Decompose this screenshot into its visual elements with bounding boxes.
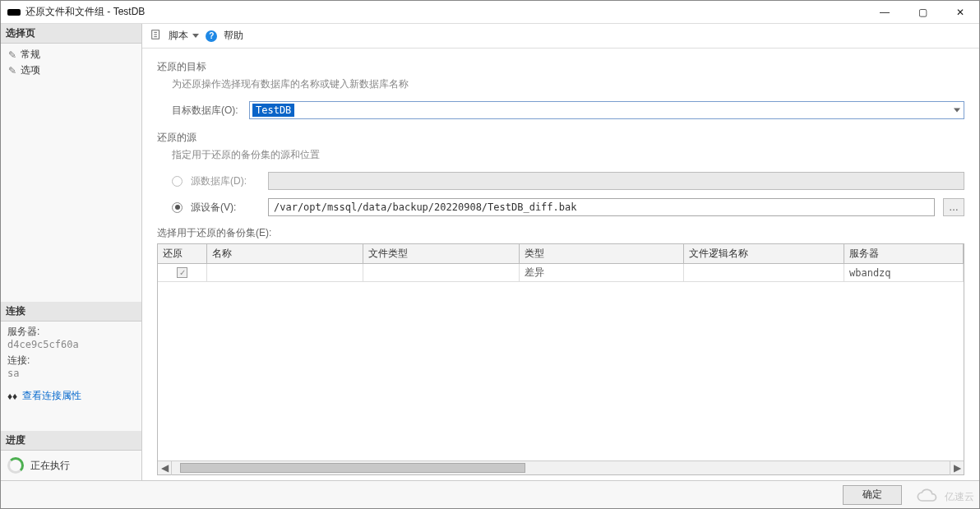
scroll-thumb[interactable] [180, 463, 525, 473]
ok-button[interactable]: 确定 [843, 485, 902, 505]
target-db-row: 目标数据库(O): TestDB [172, 101, 964, 119]
target-section-desc: 为还原操作选择现有数据库的名称或键入新数据库名称 [172, 77, 964, 91]
backup-sets-label: 选择用于还原的备份集(E): [157, 226, 964, 240]
page-icon: ✎ [7, 65, 17, 76]
source-device-label: 源设备(V): [191, 201, 260, 215]
help-icon: ? [206, 30, 217, 42]
dialog-footer: 确定 取消 [1, 480, 979, 508]
progress-row: 正在执行 [1, 451, 141, 480]
col-restore[interactable]: 还原 [158, 244, 207, 263]
cell-name [207, 264, 363, 281]
spinner-icon [7, 457, 24, 474]
col-server[interactable]: 服务器 [844, 244, 964, 263]
col-name[interactable]: 名称 [207, 244, 363, 263]
cell-server: wbandzq [844, 264, 964, 281]
source-section-desc: 指定用于还原的备份集的源和位置 [172, 148, 964, 162]
conn-label: 连接: [7, 354, 135, 368]
sidebar: 选择页 ✎ 常规 ✎ 选项 连接 服务器: d4ce9c5cf60a 连接: s… [1, 24, 142, 480]
content-toolbar: 脚本 ? 帮助 [142, 24, 979, 49]
target-db-combo[interactable]: TestDB [249, 101, 964, 119]
titlebar: 还原文件和文件组 - TestDB — ▢ ✕ [1, 1, 979, 24]
source-db-label: 源数据库(D): [191, 174, 260, 188]
scroll-track[interactable] [172, 461, 950, 474]
progress-header: 进度 [1, 431, 141, 451]
table-row[interactable]: 差异 wbandzq [158, 264, 964, 282]
backup-sets-grid: 还原 名称 文件类型 类型 文件逻辑名称 服务器 差异 [157, 243, 964, 475]
minimize-icon: — [880, 7, 890, 18]
source-db-row: 源数据库(D): [172, 172, 964, 190]
restore-checkbox[interactable] [177, 267, 187, 278]
sidebar-item-label: 选项 [21, 63, 40, 77]
sidebar-item-general[interactable]: ✎ 常规 [7, 47, 135, 62]
help-button[interactable]: 帮助 [224, 29, 243, 43]
target-db-label: 目标数据库(O): [172, 104, 241, 118]
col-logical[interactable]: 文件逻辑名称 [684, 244, 844, 263]
source-device-radio[interactable] [172, 202, 183, 213]
connection-info: 服务器: d4ce9c5cf60a 连接: sa [1, 322, 141, 386]
page-icon: ✎ [7, 49, 17, 61]
connection-icon: ♦♦ [7, 391, 17, 402]
script-label: 脚本 [169, 30, 188, 41]
pages-header: 选择页 [1, 24, 141, 44]
pages-list: ✎ 常规 ✎ 选项 [1, 44, 141, 81]
view-connection-properties[interactable]: ♦♦ 查看连接属性 [1, 386, 141, 406]
cell-logical [684, 264, 844, 281]
ellipsis-icon: … [949, 201, 959, 213]
maximize-icon: ▢ [918, 7, 927, 18]
form-area: 还原的目标 为还原操作选择现有数据库的名称或键入新数据库名称 目标数据库(O):… [142, 49, 979, 480]
progress-text: 正在执行 [30, 459, 70, 473]
scroll-left-button[interactable]: ◀ [158, 461, 172, 475]
source-device-row: 源设备(V): … [172, 198, 964, 216]
close-button[interactable]: ✕ [941, 1, 979, 24]
close-icon: ✕ [956, 7, 964, 18]
script-button[interactable]: 脚本 [169, 29, 199, 43]
server-value: d4ce9c5cf60a [7, 339, 135, 350]
ok-label: 确定 [862, 488, 882, 502]
col-filetype[interactable]: 文件类型 [363, 244, 520, 263]
script-icon [150, 29, 162, 43]
browse-device-button[interactable]: … [943, 198, 964, 216]
chevron-down-icon [954, 109, 960, 113]
col-type[interactable]: 类型 [520, 244, 684, 263]
app-icon [7, 9, 21, 16]
grid-header: 还原 名称 文件类型 类型 文件逻辑名称 服务器 [158, 244, 964, 264]
minimize-button[interactable]: — [866, 1, 904, 24]
window-title: 还原文件和文件组 - TestDB [25, 5, 145, 19]
content: 脚本 ? 帮助 还原的目标 为还原操作选择现有数据库的名称或键入新数据库名称 目… [142, 24, 979, 480]
target-section-header: 还原的目标 [157, 60, 964, 74]
view-conn-label: 查看连接属性 [22, 389, 81, 403]
horizontal-scrollbar[interactable]: ◀ ▶ [158, 460, 964, 474]
scroll-right-button[interactable]: ▶ [950, 461, 964, 475]
connection-header: 连接 [1, 302, 141, 322]
conn-value: sa [7, 368, 135, 379]
main-area: 选择页 ✎ 常规 ✎ 选项 连接 服务器: d4ce9c5cf60a 连接: s… [1, 24, 979, 480]
chevron-down-icon [192, 34, 199, 38]
source-db-radio[interactable] [172, 176, 183, 187]
sidebar-item-options[interactable]: ✎ 选项 [7, 62, 135, 78]
source-db-input [268, 172, 964, 190]
cell-filetype [363, 264, 520, 281]
target-db-value: TestDB [252, 104, 294, 117]
sidebar-item-label: 常规 [21, 48, 40, 62]
source-section-header: 还原的源 [157, 131, 964, 145]
dialog-window: 还原文件和文件组 - TestDB — ▢ ✕ 选择页 ✎ 常规 ✎ 选项 连接 [0, 0, 980, 509]
cell-type: 差异 [520, 264, 684, 281]
cell-restore[interactable] [158, 264, 207, 281]
server-label: 服务器: [7, 325, 135, 339]
maximize-button[interactable]: ▢ [904, 1, 941, 24]
grid-body: 差异 wbandzq [158, 264, 964, 460]
source-device-path[interactable] [268, 198, 935, 216]
